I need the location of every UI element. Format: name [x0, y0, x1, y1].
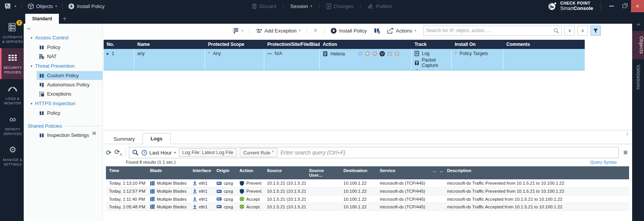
- col-service[interactable]: Service: [377, 166, 430, 179]
- add-rule-button[interactable]: ▾: [230, 26, 246, 35]
- find-previous-button[interactable]: ∧: [577, 26, 588, 36]
- logs-menu-icon[interactable]: ≡: [622, 148, 629, 157]
- col-source-user[interactable]: Source User...: [306, 166, 340, 179]
- install-policy-toolbar-button[interactable]: Install Policy: [328, 26, 369, 36]
- publish-button[interactable]: Publish: [368, 3, 392, 9]
- actions-button[interactable]: Actions ▾: [385, 26, 419, 35]
- col-protected-scope[interactable]: Protected Scope: [205, 40, 264, 49]
- origin-gateway-icon: [216, 205, 222, 208]
- col-source[interactable]: Source: [264, 166, 306, 179]
- auto-refresh-icon[interactable]: ⟳A: [114, 149, 122, 156]
- tree-section-access-control[interactable]: ▾ Access Control: [24, 33, 102, 42]
- sidebar-item-manage-settings[interactable]: ⚙ MANAGE & SETTINGS: [0, 140, 24, 171]
- tab-logs[interactable]: Logs: [143, 133, 171, 144]
- time-filter-dropdown[interactable]: Last Hour ▾: [141, 150, 176, 156]
- col-action[interactable]: Action: [236, 166, 264, 179]
- col-comments[interactable]: Comments: [503, 40, 585, 49]
- checkpoint-brand: CHECK POINT SmartConsole: [547, 1, 593, 11]
- add-exception-button[interactable]: Add Exception ▾: [253, 26, 303, 35]
- col-no[interactable]: No.: [104, 40, 134, 49]
- sidebar-item-security-policies[interactable]: SECURITY POLICIES: [0, 48, 24, 79]
- col-track[interactable]: Track: [411, 40, 452, 49]
- sidebar-item-logs-monitor[interactable]: LOGS & MONITOR: [0, 79, 24, 110]
- chevron-down-icon: ▾: [311, 4, 312, 8]
- install-on-value: Policy Targets: [460, 51, 488, 56]
- tree-item-inspection-settings[interactable]: Inspection Settings: [37, 131, 102, 140]
- remove-chip-icon[interactable]: ×: [272, 150, 274, 153]
- log-file-chip[interactable]: Log File: Latest Log File: [179, 148, 237, 157]
- delete-button[interactable]: ×: [310, 27, 321, 34]
- query-syntax-link[interactable]: Query Syntax: [590, 160, 617, 164]
- minimize-button[interactable]: [605, 0, 618, 12]
- policy-settings-button[interactable]: [371, 26, 383, 35]
- tree-item-policy[interactable]: Policy: [37, 43, 102, 52]
- log-interface: eth1: [199, 181, 207, 185]
- tree-item-label: Policy: [47, 110, 60, 116]
- col-time[interactable]: Time: [106, 166, 147, 179]
- popout-icon: [93, 132, 96, 135]
- logs-table-header: Time Blade Interface Origin Action Sourc…: [106, 166, 629, 179]
- tree-section-threat-prevention[interactable]: ▾ Threat Prevention: [24, 61, 102, 71]
- policy-rule-row[interactable]: ▶ 1 any * Any: [104, 49, 585, 70]
- col-interface[interactable]: Interface: [190, 166, 213, 179]
- col-protection[interactable]: Protection/Site/File/Blade: [264, 40, 320, 49]
- shared-policies-header[interactable]: Shared Policies: [24, 118, 102, 130]
- refresh-icon[interactable]: ⟳: [106, 150, 111, 156]
- col-install-on[interactable]: Install On: [452, 40, 503, 49]
- tree-item-https-policy[interactable]: Policy: [37, 109, 102, 117]
- col-blade[interactable]: Blade: [147, 166, 190, 179]
- log-row[interactable]: Today, 1:12:57 PM Multiple Blades eth1: [106, 187, 629, 195]
- rail-tab-objects[interactable]: Objects: [632, 31, 644, 59]
- tree-item-label: Inspection Settings: [47, 132, 89, 138]
- changes-button[interactable]: Changes: [326, 3, 353, 9]
- collapse-rail-icon[interactable]: ««: [637, 22, 639, 26]
- log-row[interactable]: Today, 1:13:10 PM Multiple Blades eth1: [106, 179, 629, 187]
- tab-standard[interactable]: Standard: [25, 14, 59, 24]
- col-dots-1[interactable]: ..: [430, 166, 437, 179]
- col-name[interactable]: Name: [134, 40, 205, 49]
- tree-item-custom-policy[interactable]: Custom Policy: [37, 71, 102, 80]
- log-blade: Multiple Blades: [157, 205, 187, 209]
- divider: [324, 27, 325, 34]
- install-policy-button[interactable]: Install Policy: [68, 3, 104, 10]
- log-row[interactable]: Today, 1:05:48 PM Multiple Blades eth1: [106, 203, 629, 211]
- maximize-button[interactable]: [618, 0, 631, 12]
- find-next-button[interactable]: ∨: [564, 26, 575, 36]
- policy-search-input[interactable]: [426, 28, 553, 33]
- interface-inbound-icon: [193, 197, 197, 202]
- sidebar-item-infinity-services[interactable]: ∞ INFINITY SERVICES: [0, 110, 24, 140]
- log-source: 10.1.5.21 (10.1.5.21): [267, 181, 306, 185]
- tree-section-https-inspection[interactable]: ▾ HTTPS Inspection: [24, 99, 102, 108]
- tree-item-label: Policy: [47, 44, 60, 50]
- col-origin[interactable]: Origin: [213, 166, 236, 179]
- expand-row-icon[interactable]: ▶: [107, 52, 109, 55]
- log-row[interactable]: Today, 1:11:40 PM Multiple Blades eth1: [106, 195, 629, 203]
- close-button[interactable]: ×: [631, 0, 644, 12]
- tab-summary[interactable]: Summary: [106, 134, 143, 144]
- col-dots-2[interactable]: ..: [437, 166, 444, 179]
- rail-tab-validations[interactable]: Validations: [636, 59, 641, 95]
- objects-menu-button[interactable]: Objects ▾: [28, 3, 57, 10]
- tree-item-autonomous-policy[interactable]: Autonomous Policy: [37, 80, 102, 89]
- filter-button[interactable]: [590, 26, 601, 36]
- col-destination[interactable]: Destination: [340, 166, 377, 179]
- origin-gateway-icon: [216, 190, 222, 193]
- session-dropdown[interactable]: Session ▾: [290, 3, 312, 9]
- col-description[interactable]: Description: [444, 166, 629, 179]
- tree-item-exceptions[interactable]: Exceptions: [37, 89, 102, 98]
- log-blade: Multiple Blades: [157, 189, 187, 193]
- logs-query-input[interactable]: [280, 150, 615, 156]
- current-rule-chip[interactable]: Current Rule×: [240, 148, 277, 157]
- logs-search-bar: Last Hour ▾ Log File: Latest Log File Cu…: [129, 147, 619, 158]
- new-tab-button[interactable]: +: [59, 15, 70, 24]
- panel-resize-icon[interactable]: ↕: [626, 131, 628, 136]
- discard-button[interactable]: Discard: [252, 3, 276, 9]
- tree-item-nat[interactable]: NAT: [37, 52, 102, 61]
- divider: [360, 3, 361, 9]
- col-action[interactable]: Action: [320, 40, 411, 49]
- sidebar-item-gateways-servers[interactable]: 2 GATEWAYS & SERVERS: [0, 18, 24, 48]
- collapse-panel-icon[interactable]: ««: [24, 25, 102, 33]
- search-icon[interactable]: [553, 28, 559, 34]
- main-menu-button[interactable]: ▾: [5, 3, 16, 9]
- chevron-down-icon: ▾: [299, 29, 301, 32]
